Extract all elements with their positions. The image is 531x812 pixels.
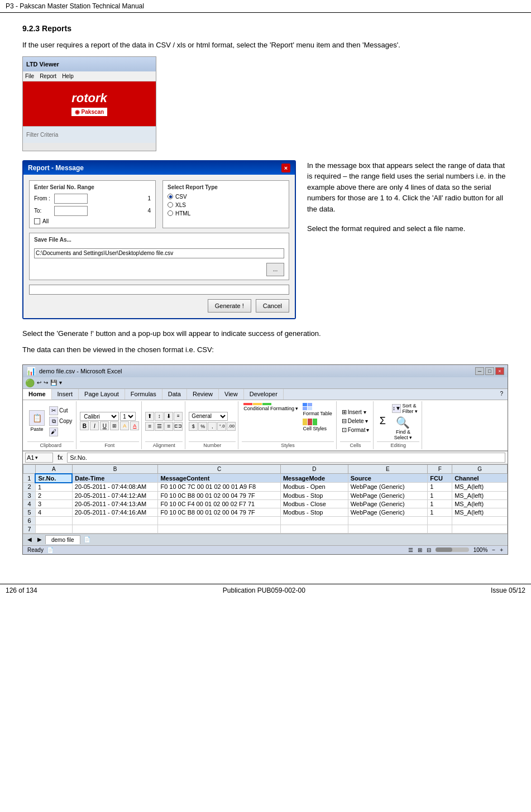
tab-view[interactable]: View <box>219 389 244 400</box>
save-btn[interactable]: 💾 <box>50 379 57 386</box>
sheet-cell[interactable]: WebPage (Generic) <box>348 499 428 508</box>
minimize-button[interactable]: ─ <box>475 367 484 375</box>
align-right-button[interactable]: ≡ <box>164 422 173 431</box>
sheet-cell[interactable]: 3 <box>35 499 72 508</box>
cell-styles-button[interactable]: Cell Styles <box>301 418 333 432</box>
col-header-a[interactable]: A <box>35 464 72 474</box>
view-normal-btn[interactable]: ☰ <box>408 547 413 553</box>
sheet-cell[interactable] <box>348 525 428 533</box>
csv-radio[interactable] <box>168 194 173 199</box>
sheet-nav-left[interactable]: ◀ <box>25 536 34 542</box>
sheet-cell[interactable]: MS_A(left) <box>452 483 508 492</box>
autosum-button[interactable]: Σ <box>377 414 388 428</box>
sort-filter-button[interactable]: ↕▼ Sort &Filter ▾ <box>390 402 419 415</box>
sheet-cell[interactable]: WebPage (Generic) <box>348 491 428 499</box>
sheet-cell[interactable] <box>280 516 348 525</box>
sheet-cell[interactable] <box>72 525 158 533</box>
sheet-cell[interactable] <box>280 525 348 533</box>
sheet-cell[interactable] <box>158 525 280 533</box>
tab-review[interactable]: Review <box>187 389 219 400</box>
insert-sheet-button[interactable]: 📄 <box>82 536 93 542</box>
format-painter-button[interactable]: 🖌 <box>47 427 74 437</box>
sheet-cell[interactable]: 1 <box>428 499 452 508</box>
find-select-button[interactable]: 🔍 Find &Select ▾ <box>390 416 415 440</box>
sheet-cell[interactable]: F0 10 0C 7C 00 01 02 00 01 A9 F8 <box>158 483 280 492</box>
cancel-button[interactable]: Cancel <box>256 299 289 313</box>
to-input[interactable] <box>54 206 88 216</box>
sheet-cell[interactable]: Sr.No. <box>35 474 72 483</box>
file-path-input[interactable] <box>34 248 284 258</box>
zoom-in-btn[interactable]: + <box>500 547 503 553</box>
bold-button[interactable]: B <box>80 421 89 430</box>
sheet-cell[interactable]: MS_A(left) <box>452 508 508 516</box>
from-input[interactable] <box>54 194 88 204</box>
sheet-cell[interactable]: Source <box>348 474 428 483</box>
sheet-cell[interactable]: MS_A(left) <box>452 499 508 508</box>
sheet-cell[interactable] <box>452 516 508 525</box>
col-header-e[interactable]: E <box>348 464 428 474</box>
html-radio[interactable] <box>168 210 173 216</box>
merge-button[interactable]: ⊏⊐ <box>174 422 183 431</box>
col-header-b[interactable]: B <box>72 464 158 474</box>
sheet-cell[interactable]: 1 <box>428 483 452 492</box>
sheet-cell[interactable]: Channel <box>452 474 508 483</box>
copy-button[interactable]: ⧉Copy <box>47 416 74 426</box>
sheet-cell[interactable] <box>35 525 72 533</box>
sheet-cell[interactable]: 2 <box>35 491 72 499</box>
xls-option[interactable]: XLS <box>168 202 284 208</box>
align-left-button[interactable]: ≡ <box>145 422 154 431</box>
font-color-button[interactable]: A <box>130 421 139 430</box>
sheet-cell[interactable]: MS_A(left) <box>452 491 508 499</box>
sheet-cell[interactable]: 1 <box>428 508 452 516</box>
comma-button[interactable]: , <box>208 422 217 431</box>
font-size-select[interactable]: 11 <box>120 412 136 421</box>
sheet-cell[interactable]: Modbus - Open <box>280 483 348 492</box>
sheet-cell[interactable] <box>72 516 158 525</box>
sheet-cell[interactable]: F0 10 0C B8 00 01 02 00 04 79 7F <box>158 508 280 516</box>
sheet-cell[interactable]: F0 10 0C B8 00 01 02 00 04 79 7F <box>158 491 280 499</box>
delete-button[interactable]: ⊟ Delete ▾ <box>340 417 371 425</box>
sheet-cell[interactable]: MessageMode <box>280 474 348 483</box>
sheet-cell[interactable] <box>428 516 452 525</box>
col-header-d[interactable]: D <box>280 464 348 474</box>
restore-button[interactable]: □ <box>485 367 494 375</box>
currency-button[interactable]: $ <box>189 422 198 431</box>
font-name-select[interactable]: Calibri <box>80 412 119 421</box>
sheet-cell[interactable]: MessageContent <box>158 474 280 483</box>
insert-button[interactable]: ⊞ Insert ▾ <box>340 408 371 416</box>
all-checkbox[interactable] <box>34 218 40 224</box>
format-cell-button[interactable]: ⊡ Format ▾ <box>340 426 371 434</box>
sheet-cell[interactable]: FCU <box>428 474 452 483</box>
underline-button[interactable]: U <box>100 421 109 430</box>
decrease-decimal-button[interactable]: .00 <box>227 422 236 431</box>
sheet-cell[interactable]: WebPage (Generic) <box>348 483 428 492</box>
sheet-cell[interactable]: Modbus - Stop <box>280 508 348 516</box>
tab-developer[interactable]: Developer <box>244 389 284 400</box>
zoom-slider[interactable] <box>436 547 469 552</box>
sheet-cell[interactable]: Modbus - Close <box>280 499 348 508</box>
sheet-cell[interactable]: WebPage (Generic) <box>348 508 428 516</box>
tab-home[interactable]: Home <box>23 389 52 400</box>
zoom-out-btn[interactable]: − <box>492 547 495 553</box>
percent-button[interactable]: % <box>198 422 207 431</box>
italic-button[interactable]: I <box>90 421 99 430</box>
cut-button[interactable]: ✂Cut <box>47 406 74 416</box>
sheet-cell[interactable]: Date-Time <box>72 474 158 483</box>
sheet-cell[interactable] <box>35 516 72 525</box>
number-format-select[interactable]: General <box>189 412 228 421</box>
sheet-tab-demo-file[interactable]: demo file <box>45 535 80 544</box>
align-top-button[interactable]: ⬆ <box>145 412 154 421</box>
undo-btn[interactable]: ↩ <box>37 379 41 386</box>
paste-button[interactable]: 📋 Paste <box>27 409 46 433</box>
col-header-f[interactable]: F <box>428 464 452 474</box>
tab-formulas[interactable]: Formulas <box>125 389 162 400</box>
sheet-cell[interactable] <box>158 516 280 525</box>
view-layout-btn[interactable]: ⊞ <box>418 547 422 553</box>
sheet-cell[interactable]: 20-05-2011 - 07:44:08:AM <box>72 483 158 492</box>
sheet-cell[interactable] <box>348 516 428 525</box>
sheet-cell[interactable] <box>428 525 452 533</box>
sheet-nav-right[interactable]: ▶ <box>35 536 44 542</box>
format-as-table-button[interactable]: Format Table <box>301 402 333 417</box>
html-option[interactable]: HTML <box>168 210 284 217</box>
tab-page-layout[interactable]: Page Layout <box>79 389 125 400</box>
